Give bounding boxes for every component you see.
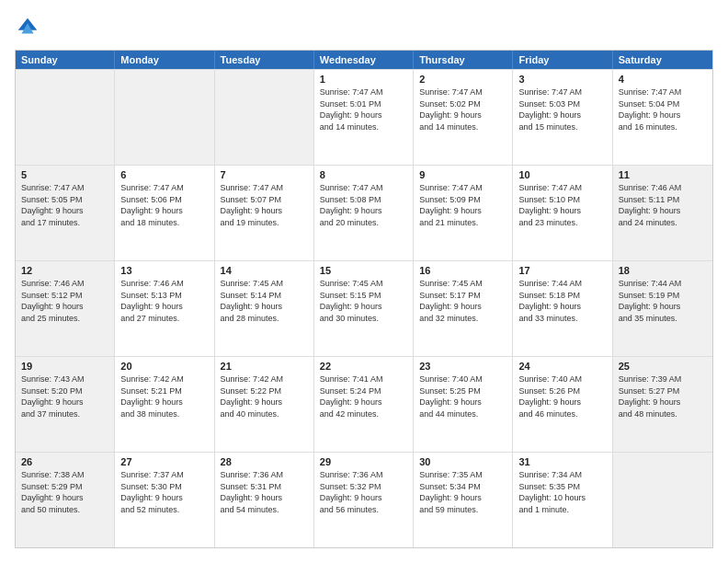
day-info: Sunrise: 7:47 AM Sunset: 5:08 PM Dayligh… [320, 182, 407, 228]
calendar-cell: 27Sunrise: 7:37 AM Sunset: 5:30 PM Dayli… [115, 453, 214, 547]
day-number: 8 [320, 169, 407, 180]
day-number: 9 [419, 169, 506, 180]
calendar-cell [115, 70, 214, 165]
day-number: 25 [619, 361, 707, 372]
day-info: Sunrise: 7:38 AM Sunset: 5:29 PM Dayligh… [21, 469, 108, 515]
day-info: Sunrise: 7:40 AM Sunset: 5:25 PM Dayligh… [419, 373, 506, 419]
day-info: Sunrise: 7:40 AM Sunset: 5:26 PM Dayligh… [518, 373, 606, 419]
day-number: 19 [21, 361, 108, 372]
calendar-cell: 11Sunrise: 7:46 AM Sunset: 5:11 PM Dayli… [613, 166, 712, 260]
day-number: 4 [619, 74, 707, 85]
day-info: Sunrise: 7:46 AM Sunset: 5:12 PM Dayligh… [21, 278, 108, 324]
calendar-cell: 4Sunrise: 7:47 AM Sunset: 5:04 PM Daylig… [613, 70, 712, 165]
day-info: Sunrise: 7:47 AM Sunset: 5:03 PM Dayligh… [518, 86, 606, 132]
day-info: Sunrise: 7:47 AM Sunset: 5:10 PM Dayligh… [518, 182, 606, 228]
weekday-header: Friday [513, 51, 612, 69]
day-info: Sunrise: 7:37 AM Sunset: 5:30 PM Dayligh… [120, 469, 208, 515]
day-number: 17 [518, 265, 606, 276]
calendar-cell: 15Sunrise: 7:45 AM Sunset: 5:15 PM Dayli… [314, 261, 414, 356]
day-number: 16 [419, 265, 506, 276]
day-number: 15 [320, 265, 407, 276]
day-info: Sunrise: 7:36 AM Sunset: 5:32 PM Dayligh… [320, 469, 407, 515]
calendar: SundayMondayTuesdayWednesdayThursdayFrid… [15, 50, 713, 548]
logo-icon [15, 15, 40, 40]
calendar-cell: 28Sunrise: 7:36 AM Sunset: 5:31 PM Dayli… [215, 453, 314, 547]
day-info: Sunrise: 7:47 AM Sunset: 5:06 PM Dayligh… [120, 182, 208, 228]
weekday-header: Monday [115, 51, 214, 69]
calendar-cell: 29Sunrise: 7:36 AM Sunset: 5:32 PM Dayli… [314, 453, 414, 547]
calendar-row: 12Sunrise: 7:46 AM Sunset: 5:12 PM Dayli… [16, 260, 712, 356]
day-info: Sunrise: 7:46 AM Sunset: 5:13 PM Dayligh… [120, 278, 208, 324]
calendar-cell: 24Sunrise: 7:40 AM Sunset: 5:26 PM Dayli… [513, 357, 612, 452]
day-number: 21 [221, 361, 308, 372]
day-number: 11 [619, 169, 707, 180]
day-number: 23 [419, 361, 506, 372]
day-number: 30 [419, 456, 506, 467]
day-info: Sunrise: 7:34 AM Sunset: 5:35 PM Dayligh… [518, 469, 606, 515]
day-info: Sunrise: 7:42 AM Sunset: 5:21 PM Dayligh… [120, 373, 208, 419]
day-info: Sunrise: 7:47 AM Sunset: 5:04 PM Dayligh… [619, 86, 707, 132]
day-number: 14 [221, 265, 308, 276]
day-info: Sunrise: 7:41 AM Sunset: 5:24 PM Dayligh… [320, 373, 407, 419]
header [15, 15, 713, 40]
calendar-cell: 9Sunrise: 7:47 AM Sunset: 5:09 PM Daylig… [414, 166, 513, 260]
day-info: Sunrise: 7:42 AM Sunset: 5:22 PM Dayligh… [221, 373, 308, 419]
calendar-cell: 13Sunrise: 7:46 AM Sunset: 5:13 PM Dayli… [115, 261, 214, 356]
calendar-cell: 19Sunrise: 7:43 AM Sunset: 5:20 PM Dayli… [16, 357, 115, 452]
day-number: 2 [419, 74, 506, 85]
day-info: Sunrise: 7:47 AM Sunset: 5:02 PM Dayligh… [419, 86, 506, 132]
day-info: Sunrise: 7:39 AM Sunset: 5:27 PM Dayligh… [619, 373, 707, 419]
weekday-header: Wednesday [314, 51, 414, 69]
day-number: 7 [221, 169, 308, 180]
day-info: Sunrise: 7:45 AM Sunset: 5:14 PM Dayligh… [221, 278, 308, 324]
calendar-cell [215, 70, 314, 165]
day-info: Sunrise: 7:47 AM Sunset: 5:07 PM Dayligh… [221, 182, 308, 228]
calendar-cell: 30Sunrise: 7:35 AM Sunset: 5:34 PM Dayli… [414, 453, 513, 547]
calendar-cell: 20Sunrise: 7:42 AM Sunset: 5:21 PM Dayli… [115, 357, 214, 452]
day-number: 24 [518, 361, 606, 372]
day-number: 20 [120, 361, 208, 372]
day-number: 26 [21, 456, 108, 467]
weekday-header: Sunday [16, 51, 115, 69]
calendar-row: 5Sunrise: 7:47 AM Sunset: 5:05 PM Daylig… [16, 165, 712, 260]
day-number: 1 [320, 74, 407, 85]
calendar-cell: 31Sunrise: 7:34 AM Sunset: 5:35 PM Dayli… [513, 453, 612, 547]
calendar-cell: 18Sunrise: 7:44 AM Sunset: 5:19 PM Dayli… [613, 261, 712, 356]
day-info: Sunrise: 7:46 AM Sunset: 5:11 PM Dayligh… [619, 182, 707, 228]
day-number: 28 [221, 456, 308, 467]
calendar-cell: 14Sunrise: 7:45 AM Sunset: 5:14 PM Dayli… [215, 261, 314, 356]
day-number: 22 [320, 361, 407, 372]
weekday-header: Saturday [613, 51, 712, 69]
day-info: Sunrise: 7:36 AM Sunset: 5:31 PM Dayligh… [221, 469, 308, 515]
calendar-cell: 23Sunrise: 7:40 AM Sunset: 5:25 PM Dayli… [414, 357, 513, 452]
calendar-cell: 10Sunrise: 7:47 AM Sunset: 5:10 PM Dayli… [513, 166, 612, 260]
day-number: 13 [120, 265, 208, 276]
calendar-cell: 17Sunrise: 7:44 AM Sunset: 5:18 PM Dayli… [513, 261, 612, 356]
calendar-cell: 25Sunrise: 7:39 AM Sunset: 5:27 PM Dayli… [613, 357, 712, 452]
calendar-header: SundayMondayTuesdayWednesdayThursdayFrid… [16, 51, 712, 69]
calendar-cell: 12Sunrise: 7:46 AM Sunset: 5:12 PM Dayli… [16, 261, 115, 356]
day-info: Sunrise: 7:44 AM Sunset: 5:18 PM Dayligh… [518, 278, 606, 324]
weekday-header: Tuesday [215, 51, 314, 69]
calendar-cell: 3Sunrise: 7:47 AM Sunset: 5:03 PM Daylig… [513, 70, 612, 165]
day-info: Sunrise: 7:43 AM Sunset: 5:20 PM Dayligh… [21, 373, 108, 419]
page: SundayMondayTuesdayWednesdayThursdayFrid… [0, 0, 728, 563]
calendar-body: 1Sunrise: 7:47 AM Sunset: 5:01 PM Daylig… [16, 69, 712, 547]
calendar-row: 19Sunrise: 7:43 AM Sunset: 5:20 PM Dayli… [16, 356, 712, 452]
calendar-row: 26Sunrise: 7:38 AM Sunset: 5:29 PM Dayli… [16, 452, 712, 547]
calendar-cell [613, 453, 712, 547]
day-info: Sunrise: 7:44 AM Sunset: 5:19 PM Dayligh… [619, 278, 707, 324]
day-number: 5 [21, 169, 108, 180]
day-number: 29 [320, 456, 407, 467]
day-number: 31 [518, 456, 606, 467]
calendar-cell: 8Sunrise: 7:47 AM Sunset: 5:08 PM Daylig… [314, 166, 414, 260]
day-number: 18 [619, 265, 707, 276]
calendar-cell: 22Sunrise: 7:41 AM Sunset: 5:24 PM Dayli… [314, 357, 414, 452]
day-info: Sunrise: 7:47 AM Sunset: 5:05 PM Dayligh… [21, 182, 108, 228]
day-number: 27 [120, 456, 208, 467]
day-info: Sunrise: 7:45 AM Sunset: 5:17 PM Dayligh… [419, 278, 506, 324]
day-info: Sunrise: 7:35 AM Sunset: 5:34 PM Dayligh… [419, 469, 506, 515]
calendar-cell: 2Sunrise: 7:47 AM Sunset: 5:02 PM Daylig… [414, 70, 513, 165]
calendar-cell [16, 70, 115, 165]
calendar-cell: 21Sunrise: 7:42 AM Sunset: 5:22 PM Dayli… [215, 357, 314, 452]
